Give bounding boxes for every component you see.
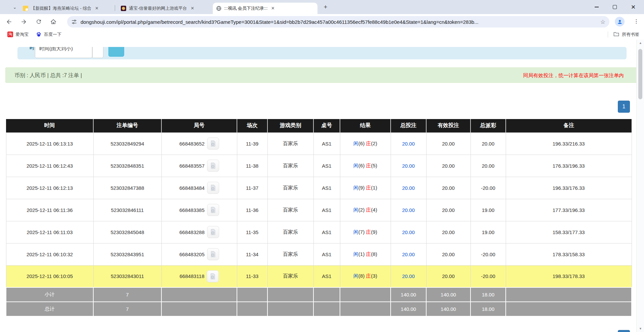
cell-bet-no: 523032843951 <box>93 243 161 265</box>
divider <box>608 32 608 38</box>
cell-game: 百家乐 <box>267 243 313 265</box>
video-replay-button[interactable] <box>207 270 219 282</box>
subtotal-row-cell <box>267 287 313 302</box>
cell-payout: -20.00 <box>470 243 506 265</box>
bet-amount-link[interactable]: 20.00 <box>402 185 415 191</box>
bookmark-aitaobao[interactable]: 淘 爱淘宝 <box>7 32 29 38</box>
cell-result: 闲(8) 庄(3) <box>340 265 391 287</box>
video-replay-button[interactable] <box>207 226 219 238</box>
video-replay-button[interactable] <box>207 248 219 260</box>
tab-2[interactable]: 通宝-信誉最好的网上游戏平台 ✕ <box>117 3 211 14</box>
cell-session: 11-33 <box>237 265 267 287</box>
pagination-page-1-bottom[interactable]: 1 <box>618 330 630 332</box>
address-bar[interactable]: dongshouji.com/ipl/portal.php/game/betre… <box>67 16 609 27</box>
bet-amount-link[interactable]: 20.00 <box>402 207 415 213</box>
tab-1[interactable]: 【新提醒】海燕策略论坛 - 综合 ✕ <box>19 3 113 14</box>
cell-round-no: 668483118 <box>161 265 237 287</box>
close-window-button[interactable]: ✕ <box>626 0 641 14</box>
bet-amount-link[interactable]: 20.00 <box>402 229 415 235</box>
cell-table: AS1 <box>313 132 340 155</box>
all-bookmarks-button[interactable]: 所有书签 <box>622 32 639 38</box>
bookmark-star-icon[interactable]: ☆ <box>600 18 605 25</box>
tongbao-favicon-icon <box>121 6 126 11</box>
cell-result: 闲(1) 庄(8) <box>340 243 391 265</box>
maximize-button[interactable] <box>607 0 623 14</box>
video-replay-button[interactable] <box>207 137 219 150</box>
bookmark-label: 爱淘宝 <box>15 32 29 38</box>
bet-row: 2025-12-11 06:12:43523032848351668483557… <box>6 155 632 177</box>
subtotal-row-cell <box>237 287 267 302</box>
bet-amount-link[interactable]: 20.00 <box>402 273 415 279</box>
total-row-cell <box>237 302 267 316</box>
bet-amount-link[interactable]: 20.00 <box>402 141 415 147</box>
cell-round-no: 668483385 <box>161 199 237 221</box>
scrollbar-thumb[interactable] <box>638 49 642 99</box>
total-row: 总计7140.00140.0018.00 <box>6 302 632 316</box>
cell-game: 百家乐 <box>267 155 313 177</box>
cell-valid-bet: 20.00 <box>426 221 470 243</box>
total-row-cell <box>161 302 237 316</box>
chevron-down-icon[interactable]: ⌄ <box>11 4 18 11</box>
site-info-icon[interactable] <box>71 19 77 25</box>
cell-table: AS1 <box>313 221 340 243</box>
video-replay-button[interactable] <box>207 160 219 172</box>
cell-time: 2025-12-11 06:12:13 <box>6 177 93 199</box>
cell-time: 2025-12-11 06:11:36 <box>6 199 93 221</box>
scroll-up-icon[interactable]: ▲ <box>637 41 644 45</box>
subtotal-row-cell: 小计 <box>6 287 93 302</box>
sort-select[interactable]: 时间(由大到小) <box>35 47 92 58</box>
tab-title: :::视讯 会员下注纪录::: <box>224 5 267 11</box>
scroll-down-icon[interactable]: ▼ <box>637 327 644 330</box>
scrollbar[interactable]: ▲ ▼ <box>636 40 644 332</box>
cell-table: AS1 <box>313 265 340 287</box>
reload-button[interactable] <box>33 16 44 27</box>
cell-remark: 198.33/178.33 <box>506 265 632 287</box>
sort-select-spinner[interactable] <box>92 47 103 58</box>
bet-amount-link[interactable]: 20.00 <box>402 163 415 169</box>
video-replay-button[interactable] <box>207 204 219 216</box>
bet-row: 2025-12-11 06:12:13523032847388668483484… <box>6 177 632 199</box>
cell-session: 11-36 <box>237 199 267 221</box>
pagination-page-1[interactable]: 1 <box>618 101 630 113</box>
minimize-button[interactable] <box>589 0 604 14</box>
cell-result: 闲(7) 庄(9) <box>340 221 391 243</box>
browser-menu-icon[interactable]: ⋮ <box>632 17 640 25</box>
cell-total-bet: 20.00 <box>391 199 426 221</box>
baidu-paw-icon <box>36 32 42 37</box>
cell-bet-no: 523032843011 <box>93 265 161 287</box>
forward-button[interactable] <box>18 16 30 27</box>
new-tab-button[interactable]: + <box>321 3 330 11</box>
bet-amount-link[interactable]: 20.00 <box>402 252 415 257</box>
profile-avatar[interactable] <box>615 17 625 26</box>
browser-window: ⌄ 【新提醒】海燕策略论坛 - 综合 ✕ 通宝-信誉最好的网上游戏平台 ✕ ::… <box>0 0 644 332</box>
cell-payout: 20.00 <box>470 155 506 177</box>
tab-close-icon[interactable]: ✕ <box>270 6 276 11</box>
cell-round-no: 668483557 <box>161 155 237 177</box>
cell-remark: 176.33/196.33 <box>506 155 632 177</box>
cell-total-bet: 20.00 <box>391 265 426 287</box>
tab-close-icon[interactable]: ✕ <box>190 6 195 11</box>
cell-remark: 196.33/216.33 <box>506 132 632 155</box>
cell-bet-no: 523032846111 <box>93 199 161 221</box>
tab-close-icon[interactable]: ✕ <box>94 6 100 11</box>
total-row-cell: 18.00 <box>470 302 506 316</box>
home-button[interactable] <box>48 16 59 27</box>
search-button[interactable] <box>108 47 124 57</box>
column-header: 结果 <box>340 119 391 132</box>
cell-result: 闲(6) 庄(2) <box>340 132 391 155</box>
cell-result: 闲(6) 庄(5) <box>340 155 391 177</box>
column-header: 场次 <box>237 119 267 132</box>
cell-time: 2025-12-11 06:11:03 <box>6 221 93 243</box>
bet-row: 2025-12-11 06:13:13523032849294668483652… <box>6 132 632 155</box>
subtotal-row-cell: 7 <box>93 287 161 302</box>
video-replay-button[interactable] <box>207 182 219 194</box>
subtotal-row-cell <box>161 287 237 302</box>
cell-valid-bet: 20.00 <box>426 265 470 287</box>
subtotal-row-cell: 140.00 <box>426 287 470 302</box>
tab-3-active[interactable]: :::视讯 会员下注纪录::: ✕ <box>213 3 317 14</box>
subtotal-row: 小计7140.00140.0018.00 <box>6 287 632 302</box>
cell-remark: 178.33/158.33 <box>506 243 632 265</box>
back-button[interactable] <box>3 16 15 27</box>
column-header: 游戏类别 <box>267 119 313 132</box>
bookmark-baidu[interactable]: 百度一下 <box>36 32 61 38</box>
